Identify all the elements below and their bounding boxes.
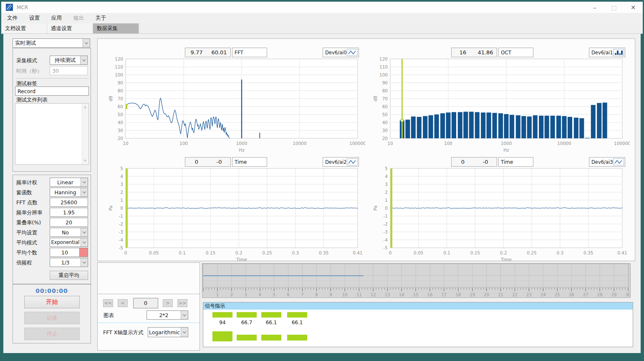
time2-channel-box[interactable]: Dev6/ai2	[323, 157, 359, 167]
test-file-list[interactable]: ▲ ▼	[15, 103, 89, 165]
nav-last-button[interactable]: >>	[177, 299, 187, 307]
cursor-x-value: 16	[452, 49, 474, 56]
svg-text:29: 29	[611, 292, 617, 297]
svg-text:11: 11	[356, 292, 362, 297]
svg-text:10000: 10000	[293, 141, 306, 146]
start-button[interactable]: 开始	[24, 296, 80, 308]
time-chart-ai2[interactable]: -5-4-3-2-101234500.050.10.150.20.250.30.…	[106, 167, 365, 263]
nav-first-button[interactable]: <<	[103, 299, 113, 307]
signal-status-bar	[261, 335, 281, 341]
octave-select[interactable]: 1/3	[50, 258, 88, 267]
time3-type-box[interactable]: Time	[498, 157, 533, 167]
svg-text:dB: dB	[373, 96, 378, 102]
signal-value: 66.7	[237, 320, 257, 325]
freq-weighting-select[interactable]: Linear	[50, 178, 88, 187]
avg-setting-select[interactable]: No	[50, 228, 88, 237]
window-func-label: 窗函数	[16, 189, 32, 196]
chevron-down-icon	[83, 39, 90, 47]
scroll-up-icon[interactable]: ▲	[82, 104, 88, 110]
file-list-scrollbar[interactable]: ▲ ▼	[82, 104, 88, 164]
svg-text:30: 30	[382, 128, 388, 133]
nav-prev-button[interactable]: <	[118, 299, 128, 307]
chart-layout-select[interactable]: 2*2	[146, 310, 188, 320]
chevron-down-icon	[81, 238, 88, 247]
svg-text:-3: -3	[384, 229, 388, 234]
menu-settings[interactable]: 设置	[23, 15, 45, 22]
octave-label: 倍频程	[16, 259, 32, 267]
record-button: 记录	[24, 312, 80, 324]
menu-about[interactable]: 关于	[90, 15, 112, 22]
svg-text:20: 20	[382, 136, 388, 141]
cursor-x-value: 9.77	[185, 49, 208, 56]
tab-channel-settings[interactable]: 通道设置	[47, 23, 93, 33]
test-mode-select[interactable]: 实时测试	[13, 38, 90, 48]
close-button[interactable]: ✕	[624, 2, 643, 13]
fft-channel-box[interactable]: Dev6/ai0	[323, 48, 359, 57]
svg-text:5: 5	[120, 167, 123, 171]
svg-text:0.3: 0.3	[556, 250, 563, 255]
svg-text:-1: -1	[384, 214, 388, 219]
tab-data-acquisition[interactable]: 数据采集	[93, 23, 139, 33]
window-func-select[interactable]: Hanning	[50, 188, 88, 197]
maximize-button[interactable]: □	[604, 2, 624, 13]
signal-value: 94	[212, 320, 232, 325]
svg-text:10: 10	[342, 292, 348, 297]
chevron-down-icon	[80, 56, 87, 64]
svg-text:Time: Time	[236, 257, 247, 262]
nav-next-button[interactable]: >	[163, 299, 173, 307]
svg-text:30: 30	[626, 292, 630, 297]
acq-mode-select[interactable]: 持续测试	[50, 56, 88, 65]
time3-channel-box[interactable]: Dev6/ai3	[589, 157, 625, 167]
fft-points-input[interactable]: 25600	[50, 198, 88, 207]
test-label-input[interactable]: Record	[15, 86, 89, 96]
signal-value: 66.1	[287, 320, 307, 325]
cursor-x-value: 0	[185, 159, 208, 165]
svg-text:0: 0	[385, 206, 388, 211]
svg-text:17: 17	[441, 292, 447, 297]
svg-text:100000: 100000	[349, 141, 365, 146]
page-index-box[interactable]: 0	[133, 298, 158, 308]
svg-text:0: 0	[389, 250, 392, 255]
main-content: 实时测试 采集模式 持续测试 时间（秒） 30 测试标签 Record 测试文件…	[3, 34, 641, 353]
svg-text:25: 25	[555, 292, 560, 297]
scroll-down-icon[interactable]: ▼	[82, 158, 88, 164]
menu-application[interactable]: 应用	[45, 15, 68, 22]
cursor-y-value: -0	[474, 159, 497, 165]
fft-type-box[interactable]: FFT	[232, 48, 267, 57]
overlap-input[interactable]: 20	[50, 218, 88, 227]
tab-document-settings[interactable]: 文档设置	[1, 23, 47, 33]
svg-text:0.15: 0.15	[206, 250, 215, 255]
channel-name: Dev6/ai2	[325, 159, 347, 165]
time2-type-box[interactable]: Time	[232, 157, 267, 167]
svg-text:28: 28	[597, 292, 603, 297]
minimize-button[interactable]: –	[585, 2, 604, 13]
svg-text:dB: dB	[108, 96, 113, 102]
svg-text:60: 60	[382, 104, 388, 109]
svg-text:19: 19	[470, 292, 475, 297]
fft-chart[interactable]: 2030405060708090100110120101001000100001…	[106, 57, 365, 153]
cursor-y-value: -0	[208, 159, 230, 165]
oct-channel-box[interactable]: Dev6/ai1	[589, 48, 625, 57]
time-chart-ai3[interactable]: -5-4-3-2-101234500.050.10.150.20.250.30.…	[371, 167, 630, 263]
avg-mode-select[interactable]: Exponential	[50, 238, 88, 247]
menu-file[interactable]: 文件	[1, 15, 23, 22]
svg-text:3: 3	[120, 182, 123, 187]
svg-text:23: 23	[526, 292, 532, 297]
timeline-ruler[interactable]: 1234567891011121314151617181920212223242…	[202, 264, 630, 297]
avg-count-input[interactable]: 10	[50, 248, 88, 257]
acquisition-group: 采集模式 持续测试 时间（秒） 30 测试标签 Record 测试文件列表 ▲ …	[13, 48, 91, 172]
freq-resolution-input[interactable]: 1.95	[50, 208, 88, 217]
restart-average-button[interactable]: 重启平均	[50, 271, 88, 280]
fft-xaxis-mode-select[interactable]: Logarithmic	[148, 327, 188, 337]
avg-count-status-indicator	[79, 248, 88, 257]
line-chart-icon	[347, 158, 358, 165]
signal-level-bar	[261, 312, 281, 318]
line-chart-icon	[613, 158, 624, 165]
record-timeline-panel[interactable]: 1234567891011121314151617181920212223242…	[202, 263, 631, 298]
svg-text:6: 6	[287, 292, 289, 297]
oct-chart[interactable]: 2030405060708090100110120101001000100001…	[371, 57, 630, 153]
oct-type-box[interactable]: OCT	[498, 48, 533, 57]
svg-text:100: 100	[379, 72, 388, 77]
signal-panel-title: 信号指示	[203, 303, 633, 310]
svg-text:0: 0	[120, 206, 123, 211]
